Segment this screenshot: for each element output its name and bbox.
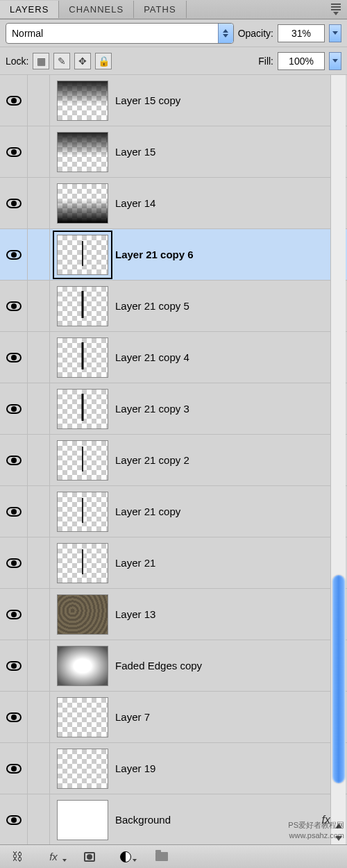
new-group-icon[interactable] <box>154 851 169 863</box>
layer-thumbnail[interactable] <box>57 132 108 172</box>
layer-thumbnail[interactable] <box>57 235 108 275</box>
layer-style-icon[interactable]: fx <box>46 851 61 863</box>
visibility-toggle[interactable] <box>0 692 28 742</box>
eye-icon <box>6 456 22 465</box>
link-column <box>28 281 50 331</box>
link-column <box>28 126 50 177</box>
visibility-toggle[interactable] <box>0 126 28 177</box>
lock-label: Lock: <box>6 56 28 67</box>
layer-thumbnail[interactable] <box>57 492 108 532</box>
layer-thumbnail[interactable] <box>57 594 108 635</box>
layer-name[interactable]: Background <box>115 814 322 826</box>
layer-thumbnail[interactable] <box>57 286 108 326</box>
layer-name[interactable]: Layer 13 <box>115 608 347 620</box>
link-column <box>28 589 50 640</box>
visibility-toggle[interactable] <box>0 486 28 537</box>
link-layers-icon[interactable] <box>10 851 25 863</box>
layer-thumbnail[interactable] <box>57 697 108 737</box>
layer-thumbnail[interactable] <box>57 749 108 789</box>
tab-channels[interactable]: CHANNELS <box>59 1 134 18</box>
link-column <box>28 178 50 228</box>
layer-thumbnail[interactable] <box>57 543 108 583</box>
link-column <box>28 743 50 794</box>
layer-row[interactable]: Layer 21 copy 6 <box>0 229 347 281</box>
blend-mode-value: Normal <box>12 28 43 39</box>
layer-row[interactable]: Layer 21 copy 3 <box>0 383 347 435</box>
visibility-toggle[interactable] <box>0 537 28 588</box>
layer-name[interactable]: Layer 21 <box>115 557 347 569</box>
link-column <box>28 537 50 588</box>
scroll-up-icon[interactable] <box>331 819 346 832</box>
tab-paths[interactable]: PATHS <box>134 1 186 18</box>
adjustment-layer-icon[interactable] <box>118 851 133 863</box>
eye-icon <box>6 96 22 106</box>
scrollbar-thumb[interactable] <box>332 575 345 783</box>
layer-row[interactable]: Layer 15 copy <box>0 75 347 126</box>
visibility-toggle[interactable] <box>0 435 28 485</box>
layer-row[interactable]: Layer 21 copy <box>0 486 347 537</box>
eye-icon <box>6 712 22 722</box>
layer-thumbnail[interactable] <box>57 389 108 429</box>
layer-list: Layer 15 copyLayer 15Layer 14Layer 21 co… <box>0 75 347 844</box>
add-mask-icon[interactable] <box>82 851 97 863</box>
panel-menu-icon[interactable] <box>328 1 344 18</box>
layer-row[interactable]: Layer 21 copy 4 <box>0 332 347 383</box>
layer-row[interactable]: Layer 21 copy 2 <box>0 435 347 486</box>
lock-transparency-icon[interactable]: ▦ <box>33 53 49 69</box>
layer-row[interactable]: Layer 7 <box>0 692 347 743</box>
layer-row[interactable]: Backgroundfx <box>0 794 347 844</box>
layer-row[interactable]: Layer 15 <box>0 126 347 178</box>
layer-thumbnail[interactable] <box>57 646 108 686</box>
panel-footer: fx <box>0 844 347 868</box>
layer-name[interactable]: Layer 21 copy 5 <box>115 300 347 312</box>
layer-row[interactable]: Layer 21 <box>0 537 347 589</box>
lock-position-icon[interactable]: ✥ <box>74 53 91 69</box>
tab-layers[interactable]: LAYERS <box>0 1 59 18</box>
layer-row[interactable]: Faded Edges copy <box>0 640 347 692</box>
visibility-toggle[interactable] <box>0 332 28 383</box>
visibility-toggle[interactable] <box>0 640 28 691</box>
layer-name[interactable]: Layer 15 copy <box>115 94 347 106</box>
layer-name[interactable]: Layer 21 copy 6 <box>115 249 347 260</box>
lock-all-icon[interactable]: 🔒 <box>95 53 112 69</box>
visibility-toggle[interactable] <box>0 178 28 228</box>
opacity-caret-icon[interactable] <box>329 24 341 42</box>
link-column <box>28 435 50 485</box>
layer-name[interactable]: Layer 21 copy <box>115 506 347 517</box>
layer-row[interactable]: Layer 19 <box>0 743 347 794</box>
vertical-scrollbar[interactable] <box>330 75 346 844</box>
layer-thumbnail[interactable] <box>57 183 108 224</box>
fill-caret-icon[interactable] <box>329 52 341 70</box>
layer-name[interactable]: Layer 7 <box>115 711 347 723</box>
layer-name[interactable]: Layer 19 <box>115 762 347 774</box>
layer-row[interactable]: Layer 21 copy 5 <box>0 281 347 332</box>
visibility-toggle[interactable] <box>0 743 28 794</box>
layer-row[interactable]: Layer 14 <box>0 178 347 229</box>
layer-name[interactable]: Faded Edges copy <box>115 660 347 671</box>
visibility-toggle[interactable] <box>0 229 28 280</box>
layer-name[interactable]: Layer 21 copy 3 <box>115 403 347 415</box>
eye-icon <box>6 404 22 414</box>
visibility-toggle[interactable] <box>0 589 28 640</box>
blend-mode-select[interactable]: Normal <box>6 23 234 44</box>
layer-name[interactable]: Layer 14 <box>115 197 347 209</box>
visibility-toggle[interactable] <box>0 281 28 331</box>
layer-thumbnail[interactable] <box>57 440 108 481</box>
fx-badge[interactable]: fx <box>322 814 330 826</box>
opacity-input[interactable]: 31% <box>278 24 325 42</box>
visibility-toggle[interactable] <box>0 794 28 844</box>
visibility-toggle[interactable] <box>0 383 28 434</box>
layer-name[interactable]: Layer 21 copy 2 <box>115 454 347 466</box>
layer-thumbnail[interactable] <box>57 81 108 121</box>
visibility-toggle[interactable] <box>0 75 28 126</box>
lock-pixels-icon[interactable]: ✎ <box>53 53 70 69</box>
layer-thumbnail[interactable] <box>57 800 108 840</box>
layer-row[interactable]: Layer 13 <box>0 589 347 640</box>
scroll-down-icon[interactable] <box>331 832 346 844</box>
layer-name[interactable]: Layer 21 copy 4 <box>115 351 347 363</box>
layer-name[interactable]: Layer 15 <box>115 146 347 158</box>
layer-thumbnail[interactable] <box>57 337 108 378</box>
fill-input[interactable]: 100% <box>278 52 325 70</box>
eye-icon <box>6 764 22 774</box>
eye-icon <box>6 147 22 157</box>
